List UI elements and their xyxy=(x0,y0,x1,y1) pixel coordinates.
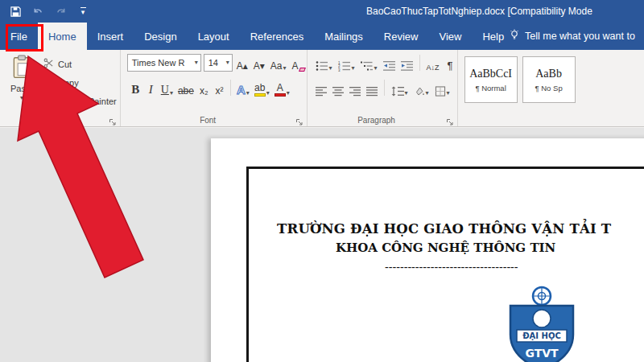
cut-label: Cut xyxy=(58,60,72,69)
svg-text:3: 3 xyxy=(338,68,341,72)
font-size-combo[interactable]: 14 ▾ xyxy=(204,54,233,72)
lightbulb-icon xyxy=(509,29,520,43)
align-right-button[interactable] xyxy=(348,79,362,97)
font-size-caret-icon: ▾ xyxy=(226,60,229,66)
paragraph-dialog-launcher-icon[interactable] xyxy=(446,115,454,123)
borders-caret-icon: ▾ xyxy=(447,90,450,97)
tab-references[interactable]: References xyxy=(240,23,314,50)
text-effects-caret-icon: ▾ xyxy=(246,90,250,97)
line-spacing-button[interactable]: ▾ xyxy=(390,79,410,97)
gtvt-logo: ĐẠI HỌC GTVT xyxy=(494,285,589,362)
clear-formatting-glyph: A xyxy=(292,60,299,72)
subscript-button[interactable]: x₂ xyxy=(197,79,211,97)
paragraph-group: ▾ 123 ▾ ▾ A↓Z ¶ xyxy=(308,50,458,126)
highlight-caret-icon: ▾ xyxy=(266,90,270,97)
sort-button[interactable]: A↓Z xyxy=(425,54,441,72)
document-area: TRƯỜNG ĐẠI HỌC GIAO THÔNG VẬN TẢI T KHOA… xyxy=(0,128,644,362)
styles-group: AaBbCcI ¶ Normal AaBb ¶ No Sp xyxy=(458,50,644,126)
shading-button[interactable]: ▾ xyxy=(412,79,431,97)
shrink-font-button[interactable]: A▾ xyxy=(252,54,266,72)
tab-view[interactable]: View xyxy=(428,23,472,50)
highlight-button[interactable]: ab ▾ xyxy=(253,79,271,97)
decrease-indent-icon xyxy=(383,60,395,72)
align-left-button[interactable] xyxy=(314,79,328,97)
justify-button[interactable] xyxy=(365,79,379,97)
doc-heading-1: TRƯỜNG ĐẠI HỌC GIAO THÔNG VẬN TẢI T xyxy=(277,221,611,237)
underline-caret-icon: ▾ xyxy=(170,90,173,97)
show-paragraph-marks-button[interactable]: ¶ xyxy=(444,54,457,72)
paste-label: Paste xyxy=(10,84,33,93)
strikethrough-button[interactable]: abe xyxy=(176,79,196,97)
doc-separator: ----------------------------------- xyxy=(385,261,518,274)
underline-glyph: U xyxy=(161,84,169,97)
tab-insert[interactable]: Insert xyxy=(87,23,134,50)
change-case-button[interactable]: Aa ▾ xyxy=(269,54,288,72)
window-title: BaoCaoThucTapTotNghiep.docx [Compatibili… xyxy=(366,0,644,23)
save-icon[interactable] xyxy=(8,4,23,19)
bullets-caret-icon: ▾ xyxy=(329,65,332,72)
qat-customize-icon[interactable]: ▾ xyxy=(76,4,90,19)
underline-button[interactable]: U ▾ xyxy=(159,79,175,97)
word-window: ▾ BaoCaoThucTapTotNghiep.docx [Compatibi… xyxy=(0,0,644,362)
style-no-spacing[interactable]: AaBb ¶ No Sp xyxy=(522,56,576,103)
tab-layout[interactable]: Layout xyxy=(188,23,240,50)
font-name-combo[interactable]: Times New R ▾ xyxy=(127,54,201,72)
font-color-button[interactable]: A ▾ xyxy=(273,79,291,97)
tell-me-label: Tell me what you want to xyxy=(525,31,635,42)
superscript-button[interactable]: x² xyxy=(213,79,226,97)
font-divider xyxy=(230,80,231,96)
document-page[interactable]: TRƯỜNG ĐẠI HỌC GIAO THÔNG VẬN TẢI T KHOA… xyxy=(211,138,644,362)
increase-indent-button[interactable] xyxy=(399,54,415,72)
tell-me-box[interactable]: Tell me what you want to xyxy=(509,23,635,50)
font-color-glyph: A xyxy=(277,83,283,93)
italic-button[interactable]: I xyxy=(144,79,158,97)
ribbon: Paste ▾ Cut Copy xyxy=(0,50,644,127)
font-group: Times New R ▾ 14 ▾ A▴ A▾ Aa ▾ A xyxy=(121,50,308,126)
clipboard-icon xyxy=(11,55,32,82)
borders-button[interactable]: ▾ xyxy=(433,79,452,97)
tab-file[interactable]: File xyxy=(0,23,38,50)
font-size-value: 14 xyxy=(208,58,218,68)
paste-caret-icon: ▾ xyxy=(20,95,23,101)
format-painter-button[interactable]: Format Painter xyxy=(43,95,117,107)
text-effects-button[interactable]: A ▾ xyxy=(235,79,251,97)
align-right-icon xyxy=(349,86,361,97)
numbering-icon: 123 xyxy=(338,60,351,72)
align-center-icon xyxy=(332,86,344,97)
format-painter-icon xyxy=(43,95,54,107)
paste-button[interactable]: Paste ▾ xyxy=(5,55,39,107)
copy-button[interactable]: Copy xyxy=(43,76,117,88)
grow-font-button[interactable]: A▴ xyxy=(235,54,250,72)
shading-caret-icon: ▾ xyxy=(426,90,429,97)
redo-icon[interactable] xyxy=(53,4,68,19)
borders-icon xyxy=(435,86,446,97)
copy-icon xyxy=(43,76,54,88)
tab-review[interactable]: Review xyxy=(374,23,429,50)
scissors-icon xyxy=(43,58,54,70)
clear-formatting-button[interactable]: A xyxy=(291,54,307,72)
style-normal[interactable]: AaBbCcI ¶ Normal xyxy=(464,56,518,103)
font-color-bar xyxy=(275,93,286,97)
cut-button[interactable]: Cut xyxy=(43,58,117,70)
tab-mailings[interactable]: Mailings xyxy=(314,23,374,50)
undo-icon[interactable] xyxy=(31,4,45,19)
ribbon-tab-row: File Home Insert Design Layout Reference… xyxy=(0,23,644,50)
svg-text:GTVT: GTVT xyxy=(525,347,559,360)
decrease-indent-button[interactable] xyxy=(382,54,397,72)
quick-access-toolbar: ▾ xyxy=(0,4,90,19)
numbering-button[interactable]: 123 ▾ xyxy=(336,54,357,72)
bold-button[interactable]: B xyxy=(129,79,142,97)
style-normal-preview: AaBbCcI xyxy=(469,68,512,80)
font-name-caret-icon: ▾ xyxy=(195,60,198,66)
font-color-caret-icon: ▾ xyxy=(287,90,290,97)
shading-icon xyxy=(414,86,425,97)
font-dialog-launcher-icon[interactable] xyxy=(295,115,303,123)
doc-heading-2: KHOA CÔNG NGHỆ THÔNG TIN xyxy=(336,241,555,255)
tab-home[interactable]: Home xyxy=(38,23,87,50)
align-center-button[interactable] xyxy=(331,79,345,97)
bullets-button[interactable]: ▾ xyxy=(314,54,334,72)
multilevel-list-button[interactable]: ▾ xyxy=(359,54,379,72)
change-case-caret-icon: ▾ xyxy=(283,65,287,72)
clipboard-dialog-launcher-icon[interactable] xyxy=(109,115,117,123)
tab-design[interactable]: Design xyxy=(134,23,187,50)
